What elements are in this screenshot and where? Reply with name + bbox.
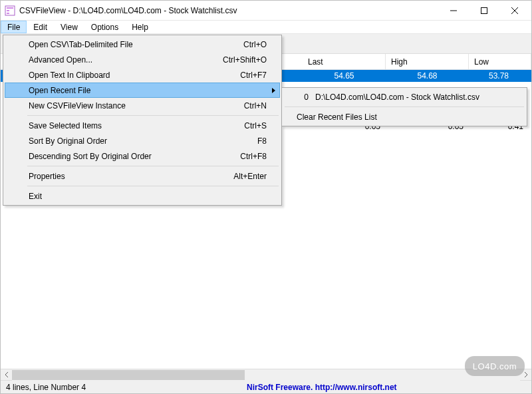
menu-separator xyxy=(27,115,279,116)
menuitem-label: Properties xyxy=(29,172,65,181)
menuitem-label: Descending Sort By Original Order xyxy=(29,152,152,161)
menuitem-label: Clear Recent Files List xyxy=(297,112,377,122)
chevron-right-icon xyxy=(272,88,275,93)
window-title: CSVFileView - D:\LO4D.com\LO4D.com - Sto… xyxy=(19,6,237,15)
recent-files-submenu: 0 D:\LO4D.com\LO4D.com - Stock Watchlist… xyxy=(281,87,527,126)
recent-file-path: D:\LO4D.com\LO4D.com - Stock Watchlist.c… xyxy=(315,93,479,102)
statusbar: 4 lines, Line Number 4 NirSoft Freeware.… xyxy=(1,380,531,393)
watermark-badge: LO4D.com xyxy=(465,356,525,376)
svg-rect-2 xyxy=(7,10,9,11)
menuitem-open-csv[interactable]: Open CSV\Tab-Delimited File Ctrl+O xyxy=(5,37,280,52)
cell-low: 53.78 xyxy=(469,71,529,81)
menuitem-label: Sort By Original Order xyxy=(29,136,107,146)
menuitem-open-recent[interactable]: Open Recent File xyxy=(5,83,280,98)
menuitem-label: Advanced Open... xyxy=(29,55,92,65)
watermark-text: LO4D.com xyxy=(473,361,517,371)
minimize-button[interactable] xyxy=(438,1,469,20)
svg-rect-5 xyxy=(481,7,487,13)
menuitem-label: New CSVFileView Instance xyxy=(29,101,126,110)
scroll-left-button[interactable] xyxy=(1,369,12,381)
menu-separator xyxy=(27,186,279,186)
menuitem-label: Save Selected Items xyxy=(29,121,102,130)
menuitem-shortcut: Ctrl+N xyxy=(244,101,267,110)
menu-file[interactable]: File xyxy=(1,21,27,33)
menuitem-properties[interactable]: Properties Alt+Enter xyxy=(5,168,280,184)
menuitem-save-selected[interactable]: Save Selected Items Ctrl+S xyxy=(5,118,280,133)
svg-rect-1 xyxy=(7,7,13,9)
file-menu-dropdown: Open CSV\Tab-Delimited File Ctrl+O Advan… xyxy=(3,35,282,206)
titlebar-left: CSVFileView - D:\LO4D.com\LO4D.com - Sto… xyxy=(5,5,237,16)
menuitem-label: Open CSV\Tab-Delimited File xyxy=(29,40,133,49)
menuitem-shortcut: Ctrl+O xyxy=(243,40,267,49)
menuitem-advanced-open[interactable]: Advanced Open... Ctrl+Shift+O xyxy=(5,52,280,67)
menu-view[interactable]: View xyxy=(54,21,84,33)
menuitem-sort-desc-original[interactable]: Descending Sort By Original Order Ctrl+F… xyxy=(5,148,280,164)
maximize-button[interactable] xyxy=(469,1,499,20)
menuitem-shortcut: Ctrl+F8 xyxy=(240,152,267,161)
column-header-high[interactable]: High xyxy=(386,54,469,69)
app-icon xyxy=(5,5,15,16)
titlebar: CSVFileView - D:\LO4D.com\LO4D.com - Sto… xyxy=(1,1,531,21)
window-controls xyxy=(438,1,530,20)
menuitem-open-clipboard[interactable]: Open Text In Clipboard Ctrl+F7 xyxy=(5,67,280,83)
menuitem-label: Open Recent File xyxy=(29,86,90,95)
horizontal-scrollbar[interactable] xyxy=(1,369,531,380)
column-header-low[interactable]: Low xyxy=(469,54,531,69)
scroll-thumb[interactable] xyxy=(12,370,245,380)
cell-high: 54.68 xyxy=(386,71,469,81)
close-button[interactable] xyxy=(499,1,530,20)
menuitem-label: Open Text In Clipboard xyxy=(29,71,110,80)
app-window: CSVFileView - D:\LO4D.com\LO4D.com - Sto… xyxy=(0,0,532,394)
menuitem-shortcut: Ctrl+S xyxy=(244,121,267,130)
svg-rect-3 xyxy=(7,13,9,14)
cell-last: 54.65 xyxy=(303,71,386,81)
menuitem-shortcut: F8 xyxy=(257,136,267,146)
status-link[interactable]: NirSoft Freeware. http://www.nirsoft.net xyxy=(247,383,397,392)
menuitem-exit[interactable]: Exit xyxy=(5,188,280,204)
recent-file-item[interactable]: 0 D:\LO4D.com\LO4D.com - Stock Watchlist… xyxy=(283,89,525,104)
menu-edit[interactable]: Edit xyxy=(27,21,54,33)
menuitem-shortcut: Alt+Enter xyxy=(233,172,267,181)
menuitem-sort-original[interactable]: Sort By Original Order F8 xyxy=(5,133,280,148)
menu-separator xyxy=(27,166,279,166)
scroll-track[interactable] xyxy=(12,369,520,381)
menu-help[interactable]: Help xyxy=(125,21,155,33)
menuitem-new-instance[interactable]: New CSVFileView Instance Ctrl+N xyxy=(5,98,280,113)
menuitem-shortcut: Ctrl+F7 xyxy=(240,71,267,80)
menubar: File Edit View Options Help xyxy=(1,21,531,34)
menu-options[interactable]: Options xyxy=(84,21,125,33)
recent-file-index: 0 xyxy=(297,93,309,102)
menuitem-clear-recent[interactable]: Clear Recent Files List xyxy=(283,109,525,124)
menuitem-label: Exit xyxy=(29,192,42,201)
menuitem-shortcut: Ctrl+Shift+O xyxy=(223,55,267,65)
column-header-last[interactable]: Last xyxy=(303,54,386,69)
status-line-info: 4 lines, Line Number 4 xyxy=(1,383,247,392)
menu-separator xyxy=(285,106,524,107)
